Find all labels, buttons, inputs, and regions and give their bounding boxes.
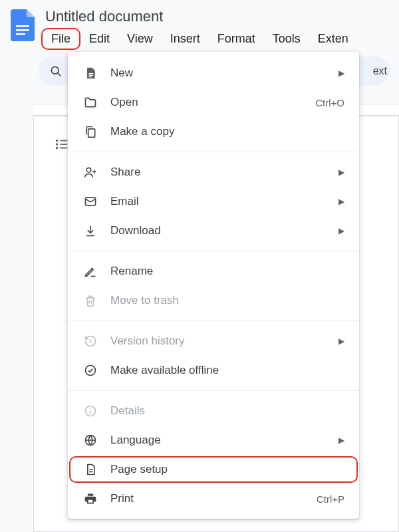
svg-rect-13 — [89, 76, 92, 77]
svg-line-4 — [58, 73, 61, 76]
copy-icon — [82, 124, 98, 140]
file-menu-dropdown: New▶OpenCtrl+OMake a copyShare▶Email▶Dow… — [68, 52, 359, 519]
svg-rect-0 — [16, 25, 29, 27]
submenu-arrow-icon: ▶ — [338, 226, 344, 235]
svg-point-19 — [86, 366, 96, 376]
menu-extensions[interactable]: Exten — [309, 28, 357, 50]
docs-logo-icon — [11, 9, 35, 41]
bulleted-list-icon[interactable] — [55, 137, 69, 152]
menu-item-details: Details — [68, 396, 359, 426]
menu-item-label: Email — [110, 195, 139, 208]
svg-rect-14 — [88, 129, 95, 138]
menu-item-language[interactable]: Language▶ — [68, 426, 359, 455]
page-setup-icon — [82, 462, 98, 477]
menu-item-page-setup[interactable]: Page setup — [68, 455, 359, 484]
menu-item-label: Print — [110, 492, 134, 505]
download-icon — [82, 223, 98, 239]
menu-view[interactable]: View — [118, 28, 162, 50]
menu-item-new[interactable]: New▶ — [68, 59, 359, 88]
svg-rect-8 — [60, 140, 67, 142]
menu-item-label: Share — [110, 166, 140, 179]
folder-icon — [82, 94, 98, 110]
document-title[interactable]: Untitled document — [41, 7, 399, 27]
svg-point-3 — [51, 66, 59, 74]
menu-item-label: Rename — [110, 265, 153, 278]
menubar: File Edit View Insert Format Tools Exten — [41, 28, 399, 50]
header: Untitled document File Edit View Insert … — [0, 0, 399, 50]
menu-edit[interactable]: Edit — [80, 28, 118, 50]
menu-item-label: Language — [110, 434, 161, 447]
submenu-arrow-icon: ▶ — [338, 436, 344, 445]
svg-rect-9 — [60, 144, 67, 145]
menu-item-download[interactable]: Download▶ — [68, 216, 359, 245]
svg-point-22 — [90, 408, 91, 409]
print-icon — [82, 491, 98, 507]
menu-insert[interactable]: Insert — [162, 28, 209, 50]
menu-item-label: Version history — [110, 334, 185, 348]
svg-point-6 — [56, 143, 59, 146]
svg-rect-1 — [16, 29, 29, 31]
menu-item-label: New — [110, 66, 133, 80]
submenu-arrow-icon: ▶ — [338, 336, 344, 346]
menu-item-make-a-copy[interactable]: Make a copy — [68, 117, 359, 146]
menu-item-label: Make available offline — [110, 364, 219, 377]
toolbar-truncated-text: ext — [373, 65, 387, 77]
offline-icon — [82, 362, 98, 378]
menu-tools[interactable]: Tools — [264, 28, 309, 50]
menu-item-label: Open — [110, 96, 138, 109]
search-icon[interactable] — [49, 65, 63, 78]
menu-item-open[interactable]: OpenCtrl+O — [68, 88, 359, 117]
menu-file[interactable]: File — [41, 28, 80, 50]
menu-shortcut: Ctrl+P — [317, 493, 344, 505]
menu-item-share[interactable]: Share▶ — [68, 158, 359, 187]
history-icon — [82, 333, 98, 349]
submenu-arrow-icon: ▶ — [338, 68, 344, 78]
menu-item-label: Details — [110, 404, 145, 418]
submenu-arrow-icon: ▶ — [338, 168, 344, 177]
globe-icon — [82, 432, 98, 448]
person-add-icon — [82, 164, 98, 180]
menu-separator — [68, 321, 359, 321]
menu-format[interactable]: Format — [209, 28, 264, 50]
submenu-arrow-icon: ▶ — [338, 197, 344, 206]
trash-icon — [82, 293, 98, 309]
menu-item-label: Move to trash — [110, 294, 179, 307]
menu-item-label: Make a copy — [110, 125, 174, 138]
svg-point-15 — [86, 168, 91, 172]
menu-item-move-to-trash: Move to trash — [68, 286, 359, 315]
svg-rect-10 — [60, 148, 67, 149]
menu-shortcut: Ctrl+O — [315, 97, 344, 108]
menu-item-print[interactable]: PrintCtrl+P — [68, 484, 359, 513]
docs-logo[interactable] — [9, 8, 36, 43]
menu-separator — [68, 152, 359, 152]
info-icon — [82, 403, 98, 419]
menu-separator — [68, 390, 359, 391]
menu-item-version-history: Version history▶ — [68, 327, 359, 356]
page-icon — [82, 65, 98, 81]
svg-rect-12 — [89, 75, 94, 76]
email-icon — [82, 194, 98, 209]
menu-item-label: Download — [110, 224, 161, 237]
svg-rect-11 — [89, 73, 94, 74]
menu-item-make-available-offline[interactable]: Make available offline — [68, 356, 359, 385]
svg-point-5 — [56, 140, 59, 142]
rename-icon — [82, 263, 98, 279]
menu-item-label: Page setup — [110, 463, 168, 476]
svg-point-7 — [56, 147, 59, 150]
menu-item-rename[interactable]: Rename — [68, 257, 359, 286]
menu-item-email[interactable]: Email▶ — [68, 187, 359, 216]
menu-separator — [68, 251, 359, 251]
title-area: Untitled document File Edit View Insert … — [41, 7, 399, 50]
svg-rect-2 — [16, 33, 25, 35]
